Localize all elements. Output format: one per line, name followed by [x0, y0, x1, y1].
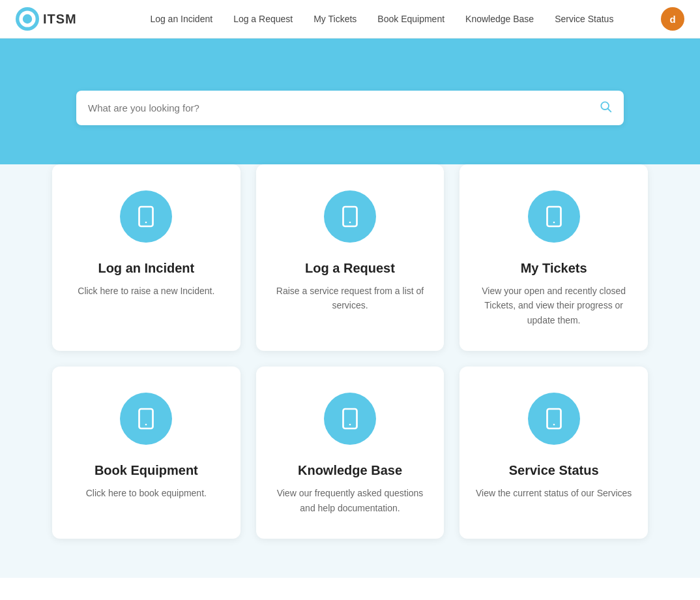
user-avatar[interactable]: d: [661, 7, 684, 31]
tablet-icon-2: [338, 205, 362, 228]
card-desc-book-equipment: Click here to book equipment.: [86, 486, 207, 500]
svg-rect-5: [139, 207, 153, 226]
card-my-tickets[interactable]: My Tickets View your open and recently c…: [459, 164, 648, 351]
search-container: [76, 91, 624, 125]
card-log-request[interactable]: Log a Request Raise a service request fr…: [256, 164, 445, 351]
navbar: ITSM Log an Incident Log a Request My Ti…: [0, 0, 700, 38]
card-icon-circle-book-equipment: [120, 393, 172, 445]
nav-log-request[interactable]: Log a Request: [233, 14, 293, 24]
card-desc-my-tickets: View your open and recently closed Ticke…: [475, 284, 632, 327]
tablet-icon-4: [134, 407, 158, 430]
tablet-icon-6: [542, 407, 566, 430]
card-desc-log-incident: Click here to raise a new Incident.: [78, 284, 214, 298]
card-title-knowledge-base: Knowledge Base: [298, 463, 402, 478]
search-icon[interactable]: [599, 100, 612, 116]
nav-log-incident[interactable]: Log an Incident: [150, 14, 212, 24]
card-icon-circle-knowledge-base: [324, 393, 376, 445]
search-input[interactable]: [88, 102, 599, 113]
cards-grid: Log an Incident Click here to raise a ne…: [52, 164, 648, 539]
nav-my-tickets[interactable]: My Tickets: [314, 14, 357, 24]
svg-point-2: [23, 14, 32, 23]
card-desc-log-request: Raise a service request from a list of s…: [272, 284, 429, 313]
svg-rect-11: [139, 409, 153, 428]
card-title-log-request: Log a Request: [305, 261, 395, 276]
tablet-icon: [134, 205, 158, 228]
card-title-service-status: Service Status: [509, 463, 599, 478]
logo-text: ITSM: [43, 12, 77, 27]
nav-service-status[interactable]: Service Status: [555, 14, 613, 24]
cards-section: Log an Incident Click here to raise a ne…: [0, 164, 700, 578]
svg-rect-9: [547, 207, 561, 226]
card-title-log-incident: Log an Incident: [98, 261, 194, 276]
svg-line-4: [608, 109, 611, 112]
card-icon-circle-log-request: [324, 190, 376, 243]
card-book-equipment[interactable]: Book Equipment Click here to book equipm…: [52, 367, 241, 539]
svg-rect-13: [343, 409, 357, 428]
nav-book-equipment[interactable]: Book Equipment: [377, 14, 445, 24]
logo[interactable]: ITSM: [16, 7, 77, 31]
tablet-icon-3: [542, 205, 566, 228]
card-title-my-tickets: My Tickets: [521, 261, 587, 276]
card-desc-knowledge-base: View our frequently asked questions and …: [272, 486, 429, 515]
card-log-incident[interactable]: Log an Incident Click here to raise a ne…: [52, 164, 241, 351]
card-icon-circle-service-status: [528, 393, 580, 445]
search-box: [76, 91, 624, 125]
card-icon-circle-log-incident: [120, 190, 172, 243]
card-service-status[interactable]: Service Status View the current status o…: [459, 367, 648, 539]
card-knowledge-base[interactable]: Knowledge Base View our frequently asked…: [256, 367, 445, 539]
nav-links: Log an Incident Log a Request My Tickets…: [103, 14, 661, 24]
tablet-icon-5: [338, 407, 362, 430]
svg-rect-15: [547, 409, 561, 428]
card-icon-circle-my-tickets: [528, 190, 580, 243]
svg-rect-7: [343, 207, 357, 226]
nav-knowledge-base[interactable]: Knowledge Base: [465, 14, 534, 24]
card-title-book-equipment: Book Equipment: [95, 463, 198, 478]
card-desc-service-status: View the current status of our Services: [476, 486, 632, 500]
